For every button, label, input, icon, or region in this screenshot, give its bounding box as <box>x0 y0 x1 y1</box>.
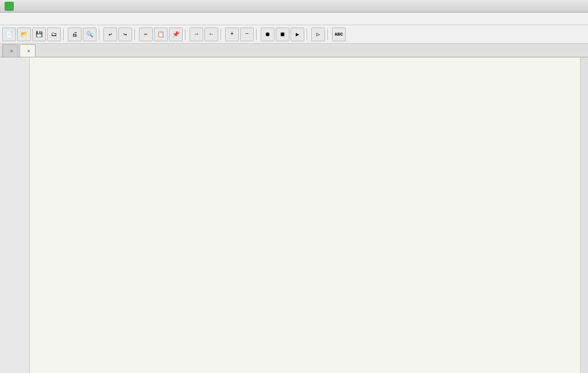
tab-bar: ✕ ✕ <box>0 44 588 57</box>
macro-record-button[interactable]: ⏺ <box>261 28 274 41</box>
menu-file[interactable] <box>2 18 11 20</box>
toolbar-sep-2 <box>99 29 101 40</box>
code-area[interactable] <box>30 57 580 373</box>
app-icon <box>5 2 14 11</box>
tab-addon-php[interactable]: ✕ <box>20 44 36 57</box>
menu-language[interactable] <box>48 18 57 20</box>
title-bar <box>0 0 588 13</box>
menu-search[interactable] <box>21 18 30 20</box>
open-button[interactable]: 📂 <box>17 28 31 41</box>
copy-button[interactable]: 📋 <box>154 28 168 41</box>
vertical-scrollbar[interactable] <box>580 57 588 373</box>
redo-button[interactable]: ↪ <box>118 28 132 41</box>
abc-button[interactable]: ABC <box>332 28 346 41</box>
print-button[interactable]: 🖨 <box>68 28 82 41</box>
undo-button[interactable]: ↩ <box>103 28 117 41</box>
toolbar-sep-8 <box>327 29 330 40</box>
line-numbers <box>0 57 30 373</box>
toolbar-sep-4 <box>185 29 187 40</box>
menu-bar <box>0 13 588 25</box>
save-button[interactable]: 💾 <box>32 28 46 41</box>
find-button[interactable]: 🔍 <box>83 28 96 41</box>
menu-macro[interactable] <box>67 18 76 20</box>
menu-run[interactable] <box>76 18 85 20</box>
macro-play-button[interactable]: ▶ <box>291 28 304 41</box>
tab-close-service[interactable]: ✕ <box>10 48 13 55</box>
menu-plugins[interactable] <box>85 18 94 20</box>
menu-settings[interactable] <box>57 18 67 20</box>
tab-close-addon[interactable]: ✕ <box>27 48 30 55</box>
run-button[interactable]: ▷ <box>311 28 325 41</box>
indent-button[interactable]: → <box>189 28 203 41</box>
tab-service-php[interactable]: ✕ <box>2 44 18 57</box>
toolbar-sep-6 <box>256 29 258 40</box>
toolbar: 📄 📂 💾 🗂 🖨 🔍 ↩ ↪ ✂ 📋 📌 → ← + − ⏺ ⏹ ▶ ▷ AB… <box>0 25 588 44</box>
cut-button[interactable]: ✂ <box>139 28 153 41</box>
menu-format[interactable] <box>39 18 48 20</box>
save-all-button[interactable]: 🗂 <box>47 28 61 41</box>
editor-container <box>0 57 588 373</box>
paste-button[interactable]: 📌 <box>169 28 183 41</box>
macro-stop-button[interactable]: ⏹ <box>276 28 289 41</box>
toolbar-sep-1 <box>63 29 65 40</box>
zoom-out-button[interactable]: − <box>240 28 254 41</box>
zoom-in-button[interactable]: + <box>225 28 239 41</box>
new-button[interactable]: 📄 <box>2 28 16 41</box>
menu-view[interactable] <box>30 18 39 20</box>
toolbar-sep-7 <box>307 29 309 40</box>
toolbar-sep-5 <box>220 29 223 40</box>
outdent-button[interactable]: ← <box>204 28 218 41</box>
menu-help[interactable] <box>103 18 113 20</box>
menu-window[interactable] <box>94 18 103 20</box>
toolbar-sep-3 <box>134 29 137 40</box>
menu-edit[interactable] <box>11 18 21 20</box>
